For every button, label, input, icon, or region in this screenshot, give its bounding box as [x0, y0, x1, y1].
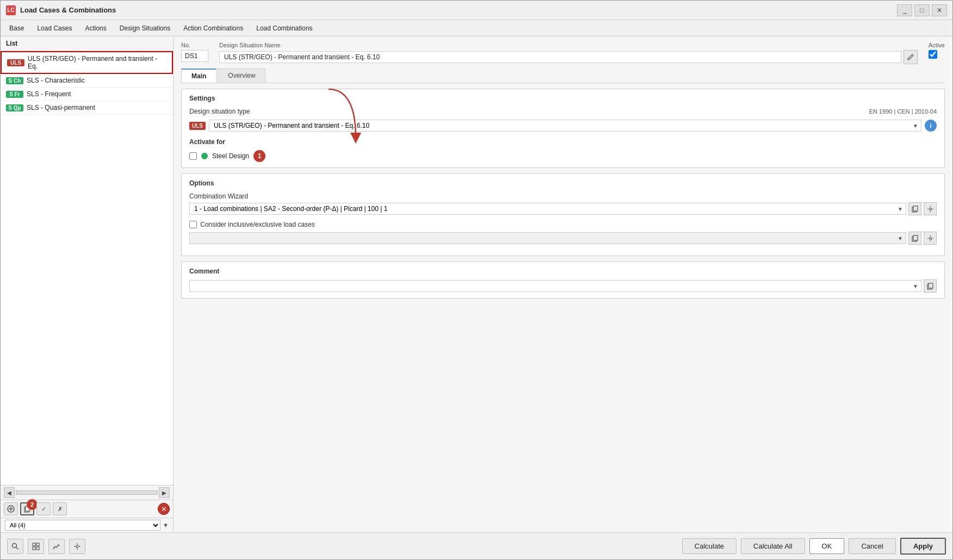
app-icon: LC	[6, 5, 16, 15]
inclusive-checkbox[interactable]	[189, 221, 197, 228]
comment-select[interactable]	[189, 280, 921, 292]
inclusive-settings-button[interactable]	[924, 232, 937, 245]
main-content: List ULS ULS (STR/GEO) - Permanent and t…	[1, 36, 952, 532]
chart-button[interactable]	[48, 539, 65, 554]
uncheck-button[interactable]: ✗	[53, 502, 67, 515]
wizard-combo-row: 1 - Load combinations | SA2 - Second-ord…	[189, 202, 937, 215]
green-dot-icon	[201, 153, 208, 159]
minimize-button[interactable]: ⎯	[897, 4, 912, 16]
name-edit-button[interactable]	[904, 50, 918, 64]
activate-for-label: Activate for	[189, 138, 937, 146]
no-value: DS1	[181, 50, 208, 62]
svg-rect-12	[929, 283, 933, 288]
calculate-button[interactable]: Calculate	[682, 538, 737, 554]
svg-line-14	[16, 547, 18, 549]
settings-icon-button[interactable]	[69, 539, 85, 554]
list-item-badge-sfr: S Fr	[6, 91, 23, 98]
menu-item-action-combinations[interactable]: Action Combinations	[177, 22, 250, 34]
delete-button[interactable]: ✕	[158, 503, 170, 515]
inclusive-checkbox-row: Consider inclusive/exclusive load cases	[189, 221, 937, 228]
wizard-select-wrapper: 1 - Load combinations | SA2 - Second-ord…	[189, 203, 906, 215]
name-input[interactable]	[219, 51, 901, 63]
check-button[interactable]: ✓	[36, 502, 51, 515]
svg-point-7	[929, 208, 931, 210]
inclusive-field: Consider inclusive/exclusive load cases …	[189, 221, 937, 245]
activate-for-area: Activate for Steel Design 1	[189, 138, 937, 162]
svg-rect-15	[33, 543, 35, 546]
filter-row: All (4) ▼	[1, 518, 173, 532]
design-type-label: Design situation type	[189, 108, 250, 115]
list-item[interactable]: S Qp SLS - Quasi-permanent	[1, 101, 173, 115]
menu-bar: Base Load Cases Actions Design Situation…	[1, 20, 952, 36]
tab-overview[interactable]: Overview	[218, 69, 265, 83]
wizard-select[interactable]: 1 - Load combinations | SA2 - Second-ord…	[189, 203, 906, 215]
filter-select[interactable]: All (4)	[5, 520, 160, 531]
active-checkbox[interactable]	[929, 50, 937, 59]
maximize-button[interactable]: □	[914, 4, 930, 16]
no-section: No. DS1	[181, 42, 208, 62]
active-label: Active	[929, 42, 945, 48]
name-label: Design Situation Name	[219, 42, 918, 48]
copy-button[interactable]: 2	[20, 502, 34, 515]
list-item-badge-sch: S Ch	[6, 77, 23, 84]
svg-rect-9	[913, 235, 918, 240]
scroll-controls: ◀ ▶	[1, 486, 173, 500]
info-button[interactable]: i	[925, 120, 937, 132]
name-row	[219, 50, 918, 64]
svg-point-19	[76, 545, 78, 547]
inclusive-label: Consider inclusive/exclusive load cases	[200, 221, 315, 228]
comment-select-wrapper: ▼	[189, 280, 921, 292]
menu-item-design-situations[interactable]: Design Situations	[113, 22, 177, 34]
comment-copy-button[interactable]	[924, 279, 937, 293]
comment-title: Comment	[189, 267, 937, 275]
list-item[interactable]: ULS ULS (STR/GEO) - Permanent and transi…	[1, 51, 173, 74]
list-toolbar: 2 ✓ ✗ ✕	[1, 500, 173, 518]
filter-dropdown-arrow[interactable]: ▼	[163, 522, 169, 528]
list-header: List	[1, 36, 173, 51]
title-bar-controls: ⎯ □ ✕	[897, 4, 947, 16]
options-title: Options	[189, 179, 937, 187]
active-section: Active	[929, 42, 945, 60]
tab-main[interactable]: Main	[181, 69, 216, 83]
wizard-label: Combination Wizard	[189, 192, 937, 200]
inclusive-select[interactable]	[189, 232, 906, 244]
list-items: ULS ULS (STR/GEO) - Permanent and transi…	[1, 51, 173, 485]
apply-button[interactable]: Apply	[900, 538, 946, 555]
left-panel-bottom: ◀ ▶ 2 ✓ ✗ ✕	[1, 485, 173, 532]
list-item[interactable]: S Ch SLS - Characteristic	[1, 74, 173, 88]
scroll-right-button[interactable]: ▶	[159, 487, 170, 498]
scroll-left-button[interactable]: ◀	[4, 487, 15, 498]
calculate-all-button[interactable]: Calculate All	[741, 538, 805, 554]
ok-button[interactable]: OK	[809, 538, 845, 554]
design-type-select[interactable]: ULS (STR/GEO) - Permanent and transient …	[209, 120, 921, 132]
list-item[interactable]: S Fr SLS - Frequent	[1, 88, 173, 101]
wizard-settings-button[interactable]	[924, 202, 937, 215]
design-type-standard: EN 1990 | CEN | 2010-04	[869, 108, 937, 115]
wizard-copy-button[interactable]	[908, 202, 921, 215]
name-section: Design Situation Name	[219, 42, 918, 64]
steel-design-checkbox[interactable]	[189, 152, 197, 160]
menu-item-load-combinations[interactable]: Load Combinations	[250, 22, 319, 34]
menu-item-actions[interactable]: Actions	[78, 22, 113, 34]
top-row: No. DS1 Design Situation Name Active	[181, 42, 945, 64]
inclusive-input-row: ▼	[189, 232, 937, 245]
close-button[interactable]: ✕	[932, 4, 947, 16]
design-type-row: Design situation type EN 1990 | CEN | 20…	[189, 108, 937, 115]
title-bar: LC Load Cases & Combinations ⎯ □ ✕	[1, 1, 952, 20]
svg-rect-6	[913, 206, 918, 211]
add-button[interactable]	[4, 502, 18, 515]
settings-section: Settings Design situation type EN 1990 |…	[181, 89, 945, 168]
list-item-badge-sqp: S Qp	[6, 104, 23, 111]
search-button[interactable]	[7, 539, 23, 554]
options-section: Options Combination Wizard 1 - Load comb…	[181, 173, 945, 256]
list-item-text-0: ULS (STR/GEO) - Permanent and transient …	[28, 55, 166, 70]
wizard-field: Combination Wizard 1 - Load combinations…	[189, 192, 937, 215]
left-panel: List ULS ULS (STR/GEO) - Permanent and t…	[1, 36, 174, 532]
svg-rect-16	[36, 543, 39, 546]
grid-button[interactable]	[28, 539, 44, 554]
menu-item-load-cases[interactable]: Load Cases	[30, 22, 78, 34]
inclusive-copy-button[interactable]	[908, 232, 921, 245]
svg-rect-17	[33, 547, 35, 550]
cancel-button[interactable]: Cancel	[849, 538, 895, 554]
menu-item-base[interactable]: Base	[3, 22, 30, 34]
